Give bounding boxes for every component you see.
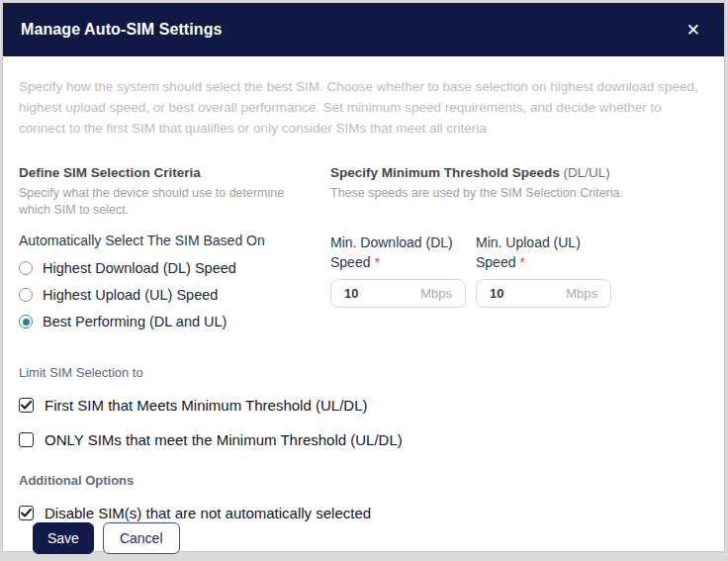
checkbox-disable-unselected-sims[interactable]: Disable SIM(s) that are not automaticall… — [19, 504, 708, 522]
threshold-fields: Min. Download (DL) Speed * Mbps Min. Upl… — [330, 233, 708, 339]
min-upload-input-wrap: Mbps — [476, 279, 611, 308]
criteria-heading-block: Define SIM Selection Criteria Specify wh… — [19, 164, 330, 219]
dialog-title: Manage Auto-SIM Settings — [21, 21, 223, 39]
min-upload-input[interactable] — [490, 286, 539, 301]
checkbox-label: Disable SIM(s) that are not automaticall… — [45, 504, 371, 522]
dialog-description: Specify how the system should select the… — [19, 76, 708, 139]
field-label-text: Min. Download (DL) Speed — [330, 234, 453, 270]
dialog-footer: Save Cancel — [3, 522, 724, 561]
radio-group: Automatically Select The SIM Based On Hi… — [19, 233, 330, 339]
min-download-input[interactable] — [344, 286, 394, 301]
radio-icon[interactable] — [19, 315, 33, 328]
radio-option-highest-upload[interactable]: Highest Upload (UL) Speed — [19, 286, 330, 304]
checkbox-only-sims-threshold[interactable]: ONLY SIMs that meet the Minimum Threshol… — [19, 430, 708, 449]
dialog-header: Manage Auto-SIM Settings ✕ — [3, 3, 724, 56]
required-asterisk: * — [519, 254, 524, 270]
radio-icon[interactable] — [19, 288, 33, 302]
cancel-button[interactable]: Cancel — [103, 522, 180, 554]
field-label-text: Min. Upload (UL) Speed — [476, 234, 581, 270]
radio-option-label: Best Performing (DL and UL) — [43, 313, 227, 330]
min-upload-unit: Mbps — [566, 286, 597, 301]
min-download-input-wrap: Mbps — [330, 279, 466, 308]
limit-section-label: Limit SIM Selection to — [19, 365, 708, 380]
radio-option-best-performing[interactable]: Best Performing (DL and UL) — [19, 313, 330, 330]
checkbox-icon[interactable] — [19, 506, 34, 520]
additional-options-label: Additional Options — [19, 473, 708, 488]
checkbox-label: ONLY SIMs that meet the Minimum Threshol… — [45, 430, 403, 449]
save-button[interactable]: Save — [33, 522, 94, 554]
radio-option-highest-download[interactable]: Highest Download (DL) Speed — [19, 259, 330, 277]
checkmark-icon — [21, 509, 32, 517]
close-icon: ✕ — [686, 21, 700, 40]
page-background: Manage Auto-SIM Settings ✕ Specify how t… — [0, 0, 728, 561]
checkbox-first-sim-threshold[interactable]: First SIM that Meets Minimum Threshold (… — [19, 396, 708, 415]
radio-option-label: Highest Download (DL) Speed — [43, 259, 236, 277]
criteria-subtext: Specify what the device should use to de… — [19, 185, 316, 219]
criteria-heading: Define SIM Selection Criteria — [19, 164, 330, 181]
thresholds-heading-suffix: (DL/UL) — [564, 165, 610, 180]
required-asterisk: * — [374, 254, 379, 270]
min-upload-label: Min. Upload (UL) Speed * — [476, 233, 611, 272]
checkbox-label: First SIM that Meets Minimum Threshold (… — [45, 396, 367, 415]
thresholds-heading-block: Specify Minimum Threshold Speeds (DL/UL)… — [330, 164, 708, 219]
min-download-unit: Mbps — [420, 286, 452, 301]
checkmark-icon — [21, 401, 32, 410]
checkbox-icon[interactable] — [19, 398, 34, 413]
manage-auto-sim-dialog: Manage Auto-SIM Settings ✕ Specify how t… — [2, 2, 725, 552]
min-download-field-block: Min. Download (DL) Speed * Mbps — [330, 233, 466, 308]
thresholds-heading: Specify Minimum Threshold Speeds (DL/UL) — [330, 164, 708, 181]
checkbox-icon[interactable] — [19, 432, 34, 447]
radio-group-label: Automatically Select The SIM Based On — [19, 233, 330, 248]
thresholds-subtext: These speeds are used by the SIM Selecti… — [330, 185, 657, 202]
radio-option-label: Highest Upload (UL) Speed — [43, 286, 218, 304]
section-headings-row: Define SIM Selection Criteria Specify wh… — [19, 164, 708, 219]
dialog-body: Specify how the system should select the… — [3, 56, 724, 522]
radio-icon[interactable] — [19, 261, 33, 275]
close-button[interactable]: ✕ — [681, 18, 706, 43]
controls-row: Automatically Select The SIM Based On Hi… — [19, 233, 708, 339]
min-download-label: Min. Download (DL) Speed * — [330, 233, 466, 272]
thresholds-heading-bold: Specify Minimum Threshold Speeds — [330, 165, 560, 180]
min-upload-field-block: Min. Upload (UL) Speed * Mbps — [476, 233, 611, 308]
